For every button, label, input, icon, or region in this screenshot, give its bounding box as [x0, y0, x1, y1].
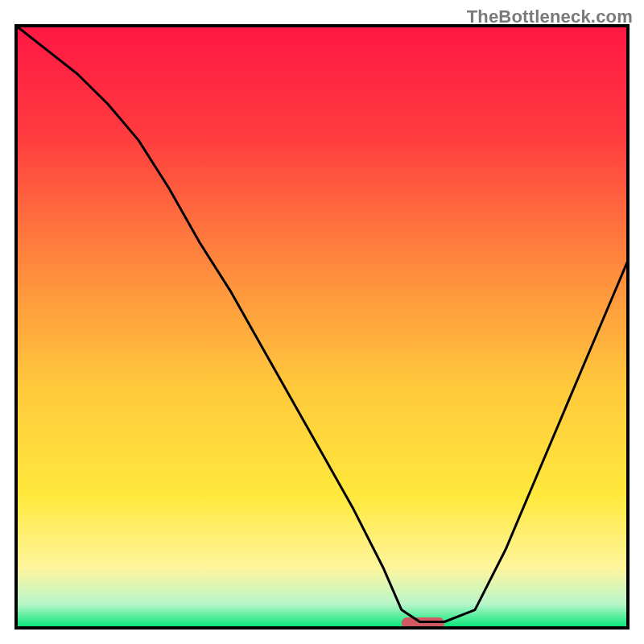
chart-canvas	[8, 8, 636, 636]
gradient-background	[16, 26, 628, 628]
bottleneck-chart	[8, 8, 636, 636]
watermark-text: TheBottleneck.com	[467, 6, 633, 27]
